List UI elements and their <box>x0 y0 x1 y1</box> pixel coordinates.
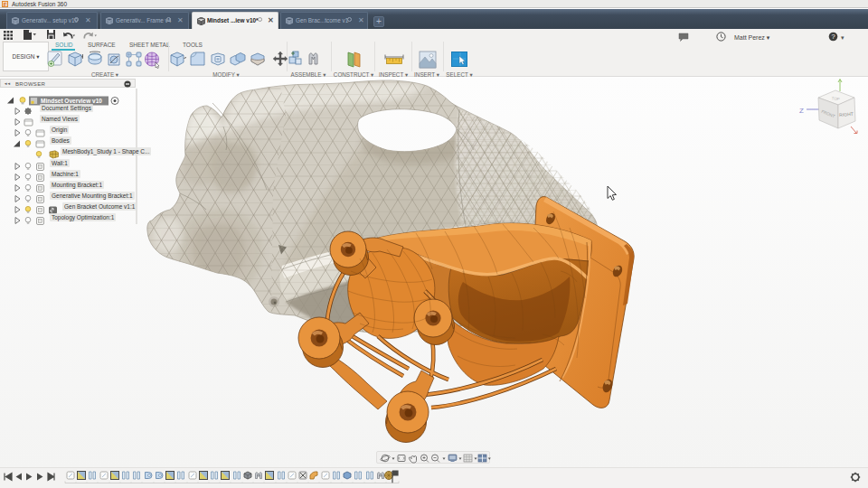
svg-text:?: ? <box>831 33 835 41</box>
svg-text:Mindset Overview v10: Mindset Overview v10 <box>41 98 102 104</box>
svg-text:RIGHT: RIGHT <box>839 111 854 117</box>
svg-text:Z: Z <box>799 107 804 115</box>
